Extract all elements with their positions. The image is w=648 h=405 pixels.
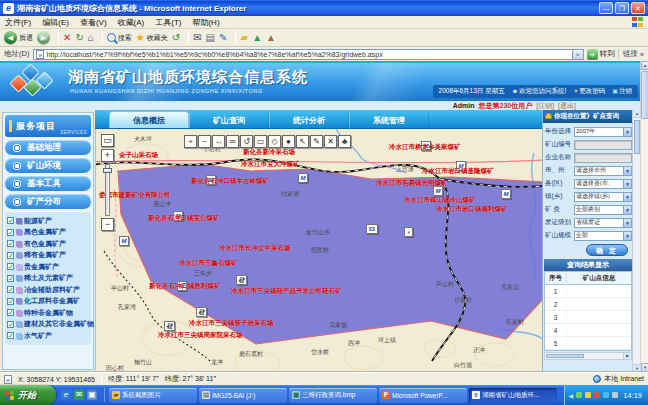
zoom-in-icon[interactable]: + [184,135,197,148]
tray-icon[interactable] [603,392,609,398]
address-input[interactable]: e http://localhost/%e7%9f%bf%e5%b1%b1%e5… [33,49,572,60]
checkbox-checked-icon[interactable]: ✓ [7,286,14,293]
map-marker[interactable]: M [501,189,511,199]
menu-item[interactable]: 文件(F) [5,17,31,28]
mineral-layer-item[interactable]: ✓黑色金属矿产 [7,227,89,239]
menu-item[interactable]: 查看(V) [80,17,107,28]
year-select[interactable]: 2007年▼ [574,127,632,137]
favorites-button[interactable]: ★收藏夹 [136,31,168,44]
mineral-layer-item[interactable]: ✓水气矿产 [7,330,89,342]
start-button[interactable]: 开始 [0,385,56,405]
results-hscrollbar[interactable]: ▶ [544,352,632,360]
mineral-layer-item[interactable]: ✓冶金辅助原料矿产 [7,284,89,296]
zoom-in-button[interactable]: + [101,149,114,162]
mineral-layer-item[interactable]: ✓特种非金属矿物 [7,307,89,319]
result-row[interactable]: 2 [545,298,631,311]
map-marker[interactable]: 硅 [236,275,247,285]
overview-icon[interactable]: ▭ [101,134,114,147]
taskbar-task[interactable]: ▰系统截图图片 [109,388,197,403]
pointer-icon[interactable]: ↖ [296,135,309,148]
sidebar-item-basic-tools[interactable]: 基本工具 [5,176,91,191]
tab-system-admin[interactable]: 系统管理 [349,113,429,128]
menu-item[interactable]: 工具(T) [155,17,181,28]
minimize-button[interactable]: — [599,2,613,14]
mail-button[interactable]: ✉ [193,31,201,44]
sidebar-item-mineral-distribution[interactable]: 矿产分布 [5,194,91,209]
edit-button[interactable]: ✎ [219,31,227,44]
mineral-layer-item[interactable]: ✓贵金属矿产 [7,261,89,273]
mineral-layer-item[interactable]: ✓化工原料非金属矿 [7,296,89,308]
tab-info-overview[interactable]: 信息概括 [109,111,189,128]
go-button[interactable]: ➜ 转到 [587,49,615,60]
logout-link[interactable]: ▣注销 [612,87,632,96]
taskbar-task[interactable]: ▤IMG25-BAI (J:) [199,388,287,403]
taskbar-task[interactable]: PMicrosoft PowerP... [379,388,467,403]
logout-text-link[interactable]: [注销] [536,101,554,111]
tab-mine-query[interactable]: 矿山查询 [189,113,269,128]
quick-mail-icon[interactable]: ✉ [74,390,84,400]
zoom-out-button[interactable]: − [101,218,114,231]
tray-icon[interactable] [594,392,600,398]
checkbox-checked-icon[interactable]: ✓ [7,309,14,316]
links-button[interactable]: 链接 » [618,49,644,59]
clock[interactable]: 14:19 [623,391,642,400]
quick-ie-icon[interactable]: e [61,390,71,400]
checkbox-checked-icon[interactable]: ✓ [7,332,14,339]
sidebar-item-basic-geography[interactable]: 基础地理 [5,140,91,155]
result-row[interactable]: 1 [545,285,631,298]
county-select[interactable]: 请选择县(市、▼ [574,179,632,189]
page-scrollbar[interactable]: ▲ ▼ [640,61,648,372]
home-button[interactable]: ⌂ [88,31,94,44]
menu-item[interactable]: 帮助(H) [192,17,219,28]
menu-item[interactable]: 收藏(A) [118,17,145,28]
more-button[interactable]: ▲ [266,31,276,44]
result-row[interactable]: 5 [545,337,631,350]
zoom-slider-thumb[interactable] [103,168,112,173]
zoom-slider[interactable] [105,164,110,216]
company-input[interactable] [574,153,632,163]
scroll-up-icon[interactable]: ▲ [641,61,648,70]
map-viewport[interactable]: +−↔═↺▭◇●↖✎✕♣ ▭ + − MMMMMMMMMSS▪硅硅硅犬木坪小岩村… [95,129,542,372]
tray-icon[interactable] [576,392,582,398]
pan-icon[interactable]: ↔ [212,135,225,148]
stop-button[interactable]: ✕ [63,31,71,44]
city-select[interactable]: 请选择市州▼ [574,166,632,176]
taskbar-task[interactable]: e湖南省矿山地质环... [469,388,557,403]
tray-icon[interactable] [612,392,618,398]
town-select[interactable]: 请选择镇(乡)▼ [574,192,632,202]
messenger-button[interactable]: ▲ [252,31,262,44]
select-rect-icon[interactable]: ▭ [254,135,267,148]
change-password-link[interactable]: ✦更改密码 [573,87,605,96]
hscroll-right-arrow-icon[interactable]: ▶ [623,353,631,359]
mineral-layer-item[interactable]: ✓能源矿产 [7,215,89,227]
taskbar-task[interactable]: ▦三维行政查询.bmp [289,388,377,403]
mineral-layer-item[interactable]: ✓稀土及元素矿产 [7,273,89,285]
map-marker[interactable]: 硅 [164,321,175,331]
search-button[interactable]: 搜索 [107,33,132,43]
close-button[interactable]: ✕ [631,2,645,14]
confirm-button[interactable]: 确 定 [586,244,628,256]
checkbox-checked-icon[interactable]: ✓ [7,229,14,236]
redline-icon[interactable]: ✎ [310,135,323,148]
map-marker[interactable]: 硅 [196,307,207,317]
checkbox-checked-icon[interactable]: ✓ [7,252,14,259]
mineral-layer-item[interactable]: ✓建材及其它非金属矿物 [7,319,89,331]
erase-icon[interactable]: ✕ [324,135,337,148]
address-dropdown-icon[interactable]: ˅ [573,49,584,60]
checkbox-checked-icon[interactable]: ✓ [7,321,14,328]
layers-icon[interactable]: ♣ [338,135,351,148]
history-button[interactable]: ↺ [172,31,180,44]
result-row[interactable]: 3 [545,311,631,324]
map-marker[interactable]: M [298,173,308,183]
show-desktop-icon[interactable]: ▣ [87,390,97,400]
zoom-out-icon[interactable]: − [198,135,211,148]
map-marker[interactable]: M [433,186,443,196]
forward-button[interactable]: ▶ [37,31,50,44]
hscroll-thumb[interactable] [546,354,584,358]
print-button[interactable]: ▤ [206,31,215,44]
tray-icon[interactable] [585,392,591,398]
back-button[interactable]: ◀后退 [4,31,33,44]
checkbox-checked-icon[interactable]: ✓ [7,298,14,305]
menu-item[interactable]: 编辑(E) [42,17,69,28]
mine-id-input[interactable] [574,140,632,150]
